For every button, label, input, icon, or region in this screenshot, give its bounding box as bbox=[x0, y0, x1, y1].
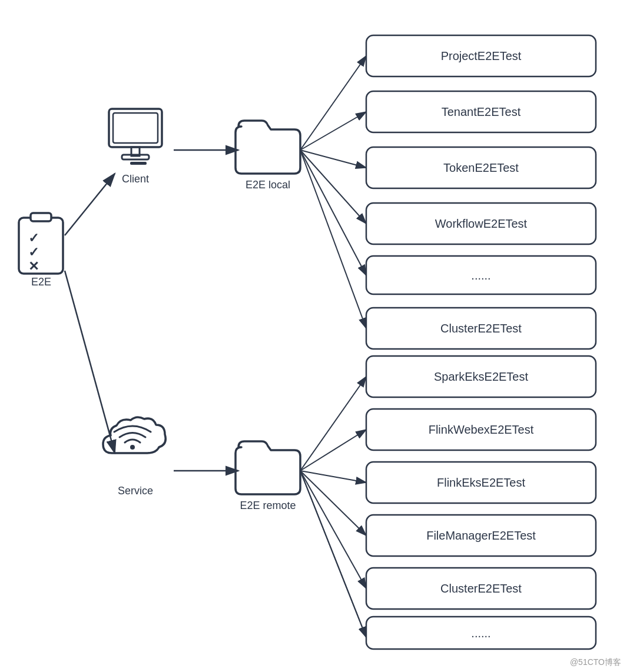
client-label: Client bbox=[122, 173, 149, 185]
label-ellipsis-local: ...... bbox=[471, 269, 490, 282]
svg-line-7 bbox=[300, 150, 366, 168]
svg-text:✕: ✕ bbox=[28, 259, 39, 274]
svg-text:✓: ✓ bbox=[28, 245, 39, 260]
svg-rect-27 bbox=[130, 162, 147, 165]
svg-line-2 bbox=[65, 271, 115, 453]
svg-point-28 bbox=[130, 445, 135, 450]
e2e-local-label: E2E local bbox=[246, 179, 290, 191]
svg-line-1 bbox=[65, 174, 115, 235]
e2e-remote-label: E2E remote bbox=[240, 500, 296, 511]
svg-line-6 bbox=[300, 112, 366, 150]
svg-line-11 bbox=[300, 377, 366, 471]
label-filemanager: FileManagerE2ETest bbox=[426, 529, 536, 542]
svg-rect-23 bbox=[109, 109, 162, 147]
label-token: TokenE2ETest bbox=[443, 161, 519, 174]
svg-line-12 bbox=[300, 430, 366, 471]
svg-line-5 bbox=[300, 56, 366, 150]
svg-line-15 bbox=[300, 471, 366, 588]
client-icon bbox=[109, 109, 162, 165]
svg-line-17 bbox=[300, 471, 366, 637]
label-cluster-local: ClusterE2ETest bbox=[440, 322, 522, 335]
label-workflow: WorkflowE2ETest bbox=[435, 217, 528, 230]
watermark: @51CTO博客 bbox=[570, 657, 621, 667]
e2e-remote-icon bbox=[236, 441, 300, 494]
label-flink-eks: FlinkEksE2ETest bbox=[437, 476, 525, 489]
svg-rect-26 bbox=[122, 155, 149, 159]
e2e-icon: ✓ ✓ ✕ bbox=[19, 213, 63, 274]
service-icon bbox=[103, 417, 165, 453]
label-project: ProjectE2ETest bbox=[441, 49, 522, 62]
label-ellipsis-remote: ...... bbox=[471, 627, 490, 640]
svg-rect-18 bbox=[19, 218, 63, 274]
label-spark: SparkEksE2ETest bbox=[434, 370, 529, 383]
label-cluster-remote: ClusterE2ETest bbox=[440, 582, 522, 595]
svg-text:✓: ✓ bbox=[28, 231, 39, 245]
label-tenant: TenantE2ETest bbox=[442, 105, 521, 118]
svg-line-10 bbox=[300, 150, 366, 328]
service-label: Service bbox=[118, 485, 153, 497]
label-flink-webex: FlinkWebexE2ETest bbox=[429, 423, 534, 436]
svg-rect-24 bbox=[113, 113, 158, 143]
svg-rect-19 bbox=[31, 213, 51, 221]
e2e-label: E2E bbox=[31, 276, 51, 288]
diagram-container: ✓ ✓ ✕ E2E Client bbox=[0, 0, 630, 672]
e2e-local-icon bbox=[236, 121, 300, 174]
